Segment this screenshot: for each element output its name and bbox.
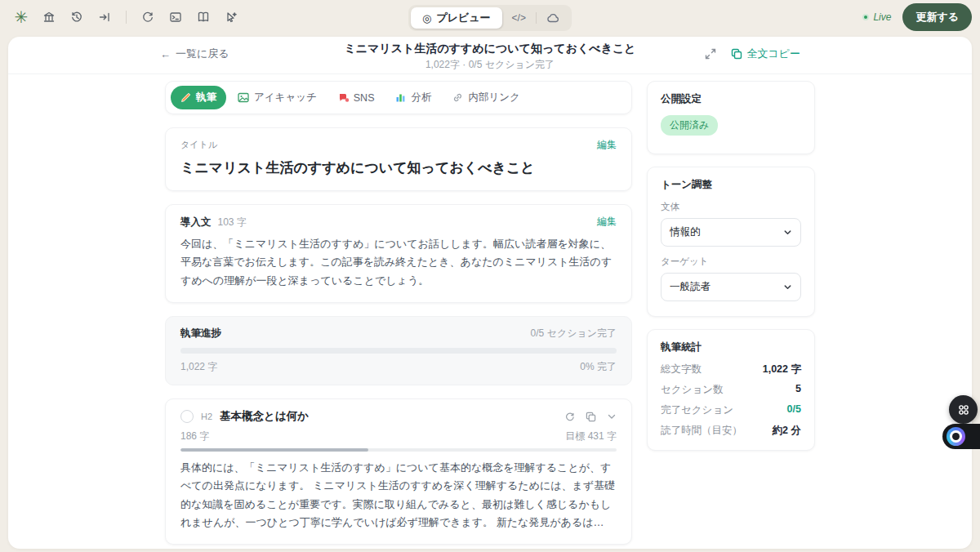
grid-dots-icon <box>957 403 970 416</box>
history-button[interactable] <box>65 6 88 29</box>
chevron-down-icon <box>783 283 792 292</box>
section-target: 目標 431 字 <box>565 430 617 443</box>
stat-value: 5 <box>795 383 801 397</box>
stat-value: 約2 分 <box>773 424 801 438</box>
copy-section-button[interactable] <box>586 412 596 422</box>
tab-analytics[interactable]: 分析 <box>385 86 441 109</box>
overall-progress-bar <box>180 348 617 354</box>
stat-row-total-chars: 総文字数 1,022 字 <box>661 363 801 376</box>
regenerate-icon <box>564 412 575 422</box>
stat-value: 0/5 <box>787 403 801 417</box>
publish-settings-card: 公開設定 公開済み <box>647 81 815 154</box>
section-level-badge: H2 <box>201 412 212 421</box>
collapse-button[interactable] <box>607 412 617 421</box>
progress-label: 執筆進捗 <box>180 327 221 341</box>
publish-settings-label: 公開設定 <box>661 92 801 106</box>
target-select[interactable]: 一般読者 <box>661 273 801 301</box>
assistant-chat-button[interactable] <box>942 424 980 449</box>
stat-row-section-count: セクション数 5 <box>661 383 801 397</box>
tab-sns-label: SNS <box>354 92 375 104</box>
section-checkbox[interactable] <box>180 410 194 423</box>
writing-stats-card: 執筆統計 総文字数 1,022 字 セクション数 5 完了セクシ <box>647 329 815 451</box>
tab-eyecatch[interactable]: アイキャッチ <box>228 86 327 109</box>
progress-char-count: 1,022 字 <box>180 360 217 374</box>
sns-icon <box>338 92 349 103</box>
editor-tabbar: 執筆 アイキャッチ SNS 分析 <box>165 81 632 114</box>
tab-writing-label: 執筆 <box>196 91 216 105</box>
live-dot-icon <box>862 14 869 20</box>
stat-row-completed-sections: 完了セクション 0/5 <box>661 403 801 417</box>
tab-internal-links-label: 内部リンク <box>468 91 519 105</box>
terminal-button[interactable] <box>164 6 187 29</box>
bank-icon <box>42 11 56 24</box>
progress-percent: 0% 完了 <box>580 360 617 374</box>
article-title: ミニマリスト生活のすすめについて知っておくべきこと <box>245 42 735 56</box>
progress-sections-done: 0/5 セクション完了 <box>531 327 617 341</box>
expand-button[interactable] <box>705 48 716 60</box>
intro-edit-link[interactable]: 編集 <box>597 215 617 229</box>
tone-adjust-card: トーン調整 文体 情報的 ターゲット 一般読者 <box>647 167 815 317</box>
skip-to-end-button[interactable] <box>93 6 116 29</box>
back-label: 一覧に戻る <box>176 47 229 61</box>
section-char-count: 186 字 <box>180 430 209 443</box>
published-status-badge: 公開済み <box>661 115 718 136</box>
app-window: ✳ ◎ <box>0 0 980 552</box>
toolbar-divider <box>126 11 127 24</box>
settings-sidebar: 公開設定 公開済み トーン調整 文体 情報的 ターゲット 一般読者 <box>647 81 815 549</box>
writing-progress-card: 執筆進捗 0/5 セクション完了 1,022 字 0% 完了 <box>165 316 632 385</box>
content-scroll-area[interactable]: 執筆 アイキャッチ SNS 分析 <box>8 74 972 549</box>
eye-icon: ◎ <box>422 12 431 24</box>
update-button[interactable]: 更新する <box>902 3 972 31</box>
article-subtitle: 1,022字 · 0/5 セクション完了 <box>245 58 735 72</box>
widget-launcher-button[interactable] <box>949 395 978 424</box>
auto-cursor-button[interactable] <box>220 6 243 29</box>
stat-value: 1,022 字 <box>763 363 801 376</box>
preview-tab[interactable]: ◎ プレビュー <box>411 7 502 29</box>
back-to-list-link[interactable]: ← 一覧に戻る <box>160 47 229 61</box>
style-field-label: 文体 <box>661 201 801 213</box>
writing-stats-label: 執筆統計 <box>661 341 801 354</box>
section-progress-fill <box>180 448 368 452</box>
stat-key: セクション数 <box>661 383 723 397</box>
section-text: 具体的には、「ミニマリスト生活のすすめ」について基本的な概念を理解することが、す… <box>180 459 617 532</box>
intro-char-count: 103 字 <box>218 216 247 229</box>
history-icon <box>70 11 83 24</box>
view-mode-switcher: ◎ プレビュー </> <box>408 5 572 31</box>
target-select-value: 一般読者 <box>670 280 710 294</box>
tab-internal-links[interactable]: 内部リンク <box>443 86 529 109</box>
docs-button[interactable] <box>192 6 215 29</box>
copy-icon <box>731 48 742 60</box>
style-select[interactable]: 情報的 <box>661 218 801 247</box>
code-view-tab[interactable]: </> <box>502 9 536 27</box>
article-header: ← 一覧に戻る ミニマリスト生活のすすめについて知っておくべきこと 1,022字… <box>8 37 972 74</box>
live-status: Live <box>862 11 891 23</box>
workspace-icon[interactable] <box>38 6 60 29</box>
refresh-button[interactable] <box>136 6 159 29</box>
title-edit-link[interactable]: 編集 <box>597 138 617 152</box>
tab-analytics-label: 分析 <box>411 91 431 105</box>
toolbar-left: ✳ <box>10 6 243 29</box>
regenerate-button[interactable] <box>564 412 575 422</box>
style-select-value: 情報的 <box>670 225 701 239</box>
tone-adjust-label: トーン調整 <box>661 178 801 192</box>
tab-sns[interactable]: SNS <box>328 87 385 109</box>
main-panel: ← 一覧に戻る ミニマリスト生活のすすめについて知っておくべきこと 1,022字… <box>8 37 972 549</box>
target-field-label: ターゲット <box>661 256 801 268</box>
copy-all-label: 全文コピー <box>746 47 800 61</box>
intro-card: 導入文 103 字 編集 今回は、「ミニマリスト生活のすすめ」についてお話ししま… <box>165 204 632 303</box>
copy-all-button[interactable]: 全文コピー <box>731 47 800 61</box>
section-title: 基本概念とは何か <box>220 409 309 424</box>
arrow-to-bar-icon <box>98 11 111 24</box>
stat-key: 完了セクション <box>661 403 733 417</box>
stat-key: 読了時間（目安） <box>661 424 742 438</box>
book-icon <box>197 11 210 24</box>
tab-writing[interactable]: 執筆 <box>171 86 226 109</box>
link-icon <box>452 92 463 103</box>
title-card: タイトル 編集 ミニマリスト生活のすすめについて知っておくべきこと <box>165 127 632 191</box>
cloud-view-tab[interactable] <box>537 10 569 26</box>
cloud-icon <box>546 13 559 23</box>
title-card-value: ミニマリスト生活のすすめについて知っておくべきこと <box>180 158 617 177</box>
chart-icon <box>395 92 406 103</box>
article-header-center: ミニマリスト生活のすすめについて知っておくべきこと 1,022字 · 0/5 セ… <box>245 42 735 72</box>
chevron-down-icon <box>607 412 617 421</box>
